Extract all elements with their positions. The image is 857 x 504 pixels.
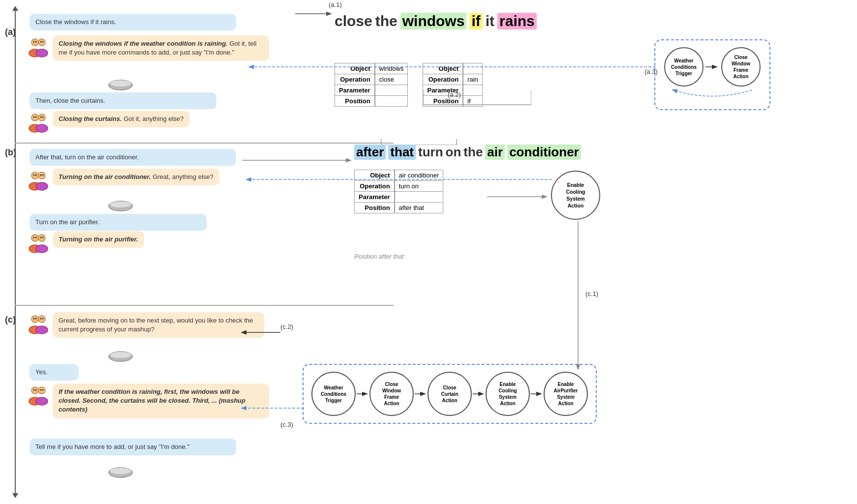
device-icon-b1 (108, 201, 133, 213)
svg-point-25 (42, 175, 44, 176)
text-c-user1: Yes. (35, 368, 48, 376)
svg-point-9 (110, 80, 131, 87)
svg-point-10 (31, 114, 38, 121)
svg-point-33 (35, 237, 37, 238)
bubble-c-final: Tell me if you have more to add, or just… (30, 439, 236, 455)
arrow-c2-svg (241, 327, 281, 337)
word-conditioner: conditioner (507, 145, 581, 160)
label-c3: (c.3) (280, 421, 293, 428)
svg-point-6 (40, 41, 42, 43)
bubble-b-user1: After that, turn on the air conditioner. (30, 149, 236, 166)
svg-point-18 (31, 172, 38, 179)
svg-point-47 (38, 387, 45, 394)
avatar-bot-c2 (27, 384, 50, 406)
svg-point-39 (36, 326, 48, 334)
word-on: on (446, 145, 461, 160)
section-c-label: (c) (5, 315, 16, 325)
flow-diagram-a: WeatherConditionsTrigger CloseWindowFram… (654, 39, 770, 110)
word-the: the (375, 13, 398, 30)
arrow-c3-svg (241, 403, 305, 413)
svg-point-27 (110, 201, 131, 208)
bubble-a-bot1: Closing the windows if the weather condi… (53, 35, 269, 61)
svg-point-4 (33, 41, 35, 43)
svg-point-23 (35, 175, 37, 176)
device-icon-a1 (108, 80, 133, 92)
word-that: that (388, 145, 416, 160)
bubble-c-bot-intro: Great, before moving on to the next step… (53, 312, 264, 338)
svg-point-43 (42, 318, 44, 320)
val-b-pos: after that (395, 203, 443, 213)
text-a-user1: Close the windows if it rains. (35, 18, 116, 26)
row-b-parameter: Parameter (355, 192, 443, 203)
node-c-window: CloseWindowFrameAction (369, 372, 414, 416)
word-turn: turn (418, 145, 443, 160)
arrow-b-to-node (487, 192, 551, 202)
bubble-a-user1: Close the windows if it rains. (30, 14, 236, 30)
svg-point-55 (110, 468, 131, 474)
text-a-bot2-italic: Closing the curtains. (59, 115, 122, 122)
bubble-b-bot1: Turning on the air conditioner. Great, a… (53, 169, 219, 185)
avatar-bot-c1 (27, 312, 50, 335)
word-if: if (469, 13, 482, 30)
bubble-a-user2: Then, close the curtains. (30, 92, 216, 109)
svg-point-24 (40, 175, 42, 176)
svg-point-51 (35, 389, 37, 391)
svg-point-3 (36, 49, 48, 57)
svg-point-22 (33, 175, 35, 176)
node-c-cooling: EnableCoolingSystemAction (486, 372, 530, 416)
avatar-bot-a1 (27, 35, 50, 58)
svg-point-13 (36, 124, 48, 132)
text-a-bot2-rest: Got it, anything else? (122, 115, 184, 122)
word-rains: rains (497, 13, 537, 30)
text-a-user2: Then, close the curtains. (35, 97, 105, 104)
node-close-window-a: CloseWindowFrameAction (721, 47, 761, 87)
svg-point-34 (40, 237, 42, 238)
arrow-b-to-sentence (242, 155, 355, 165)
avatar-bot-b1 (27, 169, 50, 191)
svg-point-7 (42, 41, 44, 43)
svg-point-35 (42, 237, 44, 238)
main-container: (a) (b) (c) Close the windows if it rain… (0, 0, 857, 504)
svg-point-19 (38, 172, 45, 179)
svg-point-5 (35, 41, 37, 43)
timeline (15, 10, 16, 494)
node-weather-trigger-a: WeatherConditionsTrigger (664, 47, 704, 87)
node-cooling-b: EnableCoolingSystemAction (551, 171, 600, 220)
row-b-position: Position after that (355, 203, 443, 213)
word-after: after (354, 145, 386, 160)
text-c-bot-intro: Great, before moving on to the next step… (59, 317, 253, 333)
bubble-a-bot2: Closing the curtains. Got it, anything e… (53, 111, 189, 127)
text-b-user1: After that, turn on the air conditioner. (35, 153, 139, 161)
bubble-c-bot-summary: If the weather condition is raining, fir… (53, 384, 269, 418)
label-b-position: Position (355, 203, 395, 213)
svg-point-50 (33, 389, 35, 391)
position-annotation: Position after that (354, 253, 404, 260)
svg-point-41 (35, 318, 37, 320)
text-c-bot-summary-italic: If the weather condition is raining, fir… (59, 388, 245, 413)
svg-point-42 (40, 318, 42, 320)
word-the2: the (463, 145, 483, 160)
text-b-bot1-italic: Turning on the air conditioner. (59, 173, 151, 180)
svg-point-29 (38, 235, 45, 241)
svg-point-21 (36, 182, 48, 190)
bubble-c-user1: Yes. (30, 364, 79, 381)
svg-point-32 (33, 237, 35, 238)
label-c2: (c.2) (280, 323, 293, 330)
svg-point-37 (38, 316, 45, 323)
svg-point-53 (42, 389, 44, 391)
svg-point-17 (42, 117, 44, 118)
svg-point-14 (33, 117, 35, 118)
highlighted-sentence-b: after that turn on the air conditioner (354, 145, 581, 160)
feedback-arrow-a (663, 88, 762, 102)
label-b-parameter: Parameter (355, 192, 395, 203)
label-c1: (c.1) (585, 290, 598, 297)
svg-point-15 (35, 117, 37, 118)
section-b-label: (b) (5, 148, 16, 158)
word-windows: windows (400, 13, 467, 30)
val-b-param (395, 192, 443, 203)
svg-point-45 (110, 352, 131, 358)
text-a-bot1-italic: Closing the windows if the weather condi… (59, 40, 228, 47)
node-c-curtain: CloseCurtainAction (428, 372, 472, 416)
avatar-bot-b2 (27, 231, 50, 254)
section-a-label: (a) (5, 27, 16, 37)
